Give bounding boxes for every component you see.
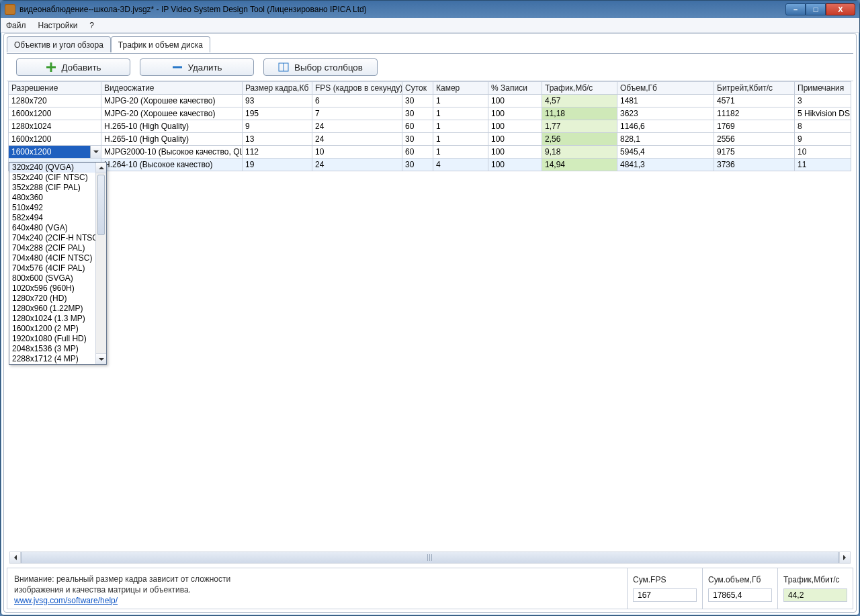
dropdown-item[interactable]: 352x288 (CIF PAL) [9,183,106,193]
footer: Внимание: реальный размер кадра зависит … [7,568,853,609]
hscroll-thumb[interactable] [21,552,839,563]
dropdown-item[interactable]: 510x492 [9,203,106,213]
dropdown-scrollbar[interactable] [95,163,106,364]
col-c7[interactable]: Трафик,Мб/с [542,82,617,95]
svg-rect-1 [46,67,56,69]
scroll-thumb[interactable] [97,175,105,235]
dropdown-item[interactable]: 1280x720 (HD) [9,294,106,304]
dropdown-item[interactable]: 2048x1536 (3 MP) [9,344,106,354]
sum-traffic: Трафик,Мбит/с 44,2 [777,568,853,609]
sum-size: Сум.объем,Гб 17865,4 [702,568,777,609]
chevron-down-icon[interactable] [90,146,101,158]
scroll-left-icon[interactable] [10,552,21,563]
dropdown-item[interactable]: 352x240 (CIF NTSC) [9,173,106,183]
help-link[interactable]: www.jvsg.com/software/help/ [14,596,118,605]
dropdown-item[interactable]: 704x288 (2CIF PAL) [9,243,106,253]
tab-lens[interactable]: Объектив и угол обзора [7,36,111,52]
col-c2[interactable]: Размер кадра,Кб [243,82,312,95]
columns-icon [278,62,289,73]
app-icon [5,4,15,15]
col-c1[interactable]: Видеосжатие [101,82,243,95]
dropdown-item[interactable]: 704x480 (4CIF NTSC) [9,253,106,263]
dropdown-item[interactable]: 480x360 [9,193,106,203]
col-c4[interactable]: Суток [402,82,433,95]
dropdown-item[interactable]: 2288x1712 (4 MP) [9,354,106,364]
app-window: видеонаблюдение--школа-3D.jvsgz* - IP Vi… [0,0,860,616]
svg-rect-2 [173,67,182,69]
toolbar: Добавить Удалить Выбор столбцов [7,54,853,81]
dropdown-item[interactable]: 640x480 (VGA) [9,223,106,233]
columns-button[interactable]: Выбор столбцов [263,58,378,76]
delete-button[interactable]: Удалить [140,58,254,76]
menu-file[interactable]: Файл [6,21,26,30]
scroll-down-icon[interactable] [96,353,106,364]
scroll-up-icon[interactable] [96,163,106,173]
window-title: видеонаблюдение--школа-3D.jvsgz* - IP Vi… [19,5,785,14]
col-c3[interactable]: FPS (кадров в секунду) [312,82,402,95]
table-row[interactable]: H.264-10 (Высокое качество)192430410014,… [9,159,851,171]
col-c6[interactable]: % Записи [488,82,542,95]
table-row[interactable]: 1280x720MJPG-20 (Хорошее качество)936301… [9,95,851,107]
footer-note: Внимание: реальный размер кадра зависит … [7,568,296,609]
col-c8[interactable]: Объем,Гб [617,82,714,95]
plus-icon [46,62,56,73]
resolution-select-value[interactable]: 1600x1200 [9,146,90,158]
tabstrip: Объектив и угол обзора Трафик и объем ди… [7,36,853,54]
table-row[interactable]: 1600x1200MJPG2000-10 (Высокое качество, … [9,146,851,159]
horizontal-scrollbar[interactable] [9,552,851,564]
menu-settings[interactable]: Настройки [38,21,78,30]
col-c5[interactable]: Камер [433,82,488,95]
close-button[interactable]: X [826,3,855,15]
table-row[interactable]: 1600x1200MJPG-20 (Хорошее качество)19573… [9,107,851,120]
dropdown-item[interactable]: 1020x596 (960H) [9,283,106,294]
dropdown-item[interactable]: 582x494 [9,213,106,223]
dropdown-item[interactable]: 1280x960 (1.22MP) [9,304,106,314]
menubar: Файл Настройки ? [1,18,859,33]
col-c0[interactable]: Разрешение [9,82,101,95]
col-c10[interactable]: Примечания [795,82,851,95]
tab-traffic[interactable]: Трафик и объем диска [111,36,210,52]
maximize-button[interactable]: □ [806,3,826,15]
dropdown-item[interactable]: 1600x1200 (2 MP) [9,324,106,334]
dropdown-item[interactable]: 704x240 (2CIF-H NTSC) [9,233,106,243]
minus-icon [172,62,183,73]
sum-fps: Сум.FPS 167 [627,568,702,609]
dropdown-item[interactable]: 704x576 (4CIF PAL) [9,263,106,273]
col-c9[interactable]: Битрейт,Кбит/с [714,82,795,95]
menu-help[interactable]: ? [89,21,94,30]
table-row[interactable]: 1600x1200H.265-10 (High Quality)13243011… [9,133,851,146]
table-row[interactable]: 1280x1024H.265-10 (High Quality)92460110… [9,120,851,133]
minimize-button[interactable]: – [785,3,806,15]
dropdown-item[interactable]: 1280x1024 (1.3 MP) [9,314,106,324]
grid: РазрешениеВидеосжатиеРазмер кадра,КбFPS … [7,81,853,171]
resolution-dropdown-list[interactable]: 320x240 (QVGA)352x240 (CIF NTSC)352x288 … [9,162,107,365]
titlebar[interactable]: видеонаблюдение--школа-3D.jvsgz* - IP Vi… [1,1,859,18]
dropdown-item[interactable]: 1920x1080 (Full HD) [9,334,106,344]
dropdown-item[interactable]: 320x240 (QVGA) [9,163,106,173]
add-button[interactable]: Добавить [16,58,130,76]
scroll-right-icon[interactable] [839,552,850,563]
dropdown-item[interactable]: 800x600 (SVGA) [9,273,106,283]
